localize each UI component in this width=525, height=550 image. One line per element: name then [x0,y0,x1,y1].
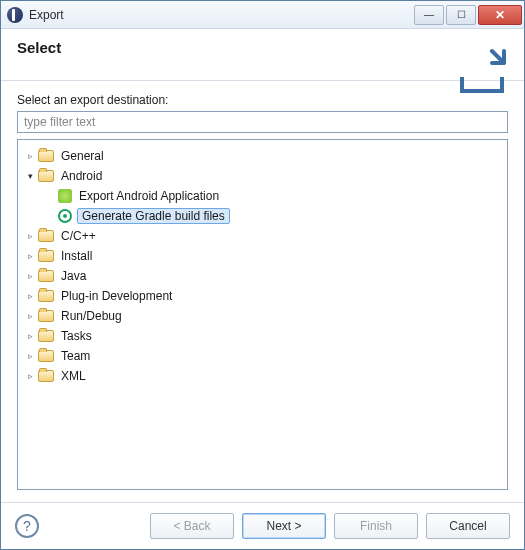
twisty-collapsed-icon[interactable]: ▹ [24,350,36,362]
tree-folder-label: C/C++ [59,229,98,243]
minimize-button[interactable]: — [414,5,444,25]
close-button[interactable]: ✕ [478,5,522,25]
tree-folder[interactable]: ▹Team [22,346,503,366]
tree-item-label: Generate Gradle build files [77,208,230,224]
tree-folder-label: Team [59,349,92,363]
filter-input[interactable] [17,111,508,133]
tree-folder[interactable]: ▹C/C++ [22,226,503,246]
twisty-collapsed-icon[interactable]: ▹ [24,290,36,302]
tree-folder[interactable]: ▹Java [22,266,503,286]
folder-icon [38,330,54,342]
android-icon [58,189,72,203]
folder-icon [38,370,54,382]
tree-folder[interactable]: ▹Install [22,246,503,266]
tree-folder-label: Plug-in Development [59,289,174,303]
tree-folder-label: Java [59,269,88,283]
titlebar: Export — ☐ ✕ [1,1,524,29]
tree-folder[interactable]: ▹Tasks [22,326,503,346]
export-hero-icon [458,47,506,95]
tree-folder-label: XML [59,369,88,383]
maximize-button[interactable]: ☐ [446,5,476,25]
folder-icon [38,170,54,182]
tree-folder-label: Android [59,169,104,183]
wizard-header: Select [1,29,524,81]
twisty-collapsed-icon[interactable]: ▹ [24,330,36,342]
window-controls: — ☐ ✕ [412,5,522,25]
twisty-collapsed-icon[interactable]: ▹ [24,250,36,262]
tree-item[interactable]: Export Android Application [42,186,503,206]
next-button[interactable]: Next > [242,513,326,539]
tree-folder[interactable]: ▹Run/Debug [22,306,503,326]
tree-folder[interactable]: ▹Plug-in Development [22,286,503,306]
tree-folder[interactable]: ▹General [22,146,503,166]
window-title: Export [29,8,412,22]
folder-icon [38,350,54,362]
folder-icon [38,230,54,242]
tree-folder-label: General [59,149,106,163]
twisty-collapsed-icon[interactable]: ▹ [24,230,36,242]
export-tree[interactable]: ▹General▾AndroidExport Android Applicati… [17,139,508,490]
back-button[interactable]: < Back [150,513,234,539]
wizard-footer: ? < Back Next > Finish Cancel [1,502,524,549]
eclipse-icon [7,7,23,23]
twisty-collapsed-icon[interactable]: ▹ [24,370,36,382]
gradle-icon [58,209,72,223]
tree-folder-label: Install [59,249,94,263]
folder-icon [38,310,54,322]
page-title: Select [17,39,508,56]
twisty-expanded-icon[interactable]: ▾ [24,170,36,182]
wizard-body: Select an export destination: ▹General▾A… [1,81,524,502]
twisty-collapsed-icon[interactable]: ▹ [24,310,36,322]
folder-icon [38,150,54,162]
tree-folder-label: Run/Debug [59,309,124,323]
export-wizard-window: Export — ☐ ✕ Select Select an export des… [0,0,525,550]
folder-icon [38,290,54,302]
twisty-collapsed-icon[interactable]: ▹ [24,150,36,162]
cancel-button[interactable]: Cancel [426,513,510,539]
folder-icon [38,270,54,282]
tree-folder-label: Tasks [59,329,94,343]
folder-icon [38,250,54,262]
finish-button[interactable]: Finish [334,513,418,539]
tree-item-label: Export Android Application [77,189,221,203]
twisty-collapsed-icon[interactable]: ▹ [24,270,36,282]
destination-prompt: Select an export destination: [17,93,508,107]
help-button[interactable]: ? [15,514,39,538]
tree-folder[interactable]: ▾Android [22,166,503,186]
tree-folder[interactable]: ▹XML [22,366,503,386]
tree-item[interactable]: Generate Gradle build files [42,206,503,226]
